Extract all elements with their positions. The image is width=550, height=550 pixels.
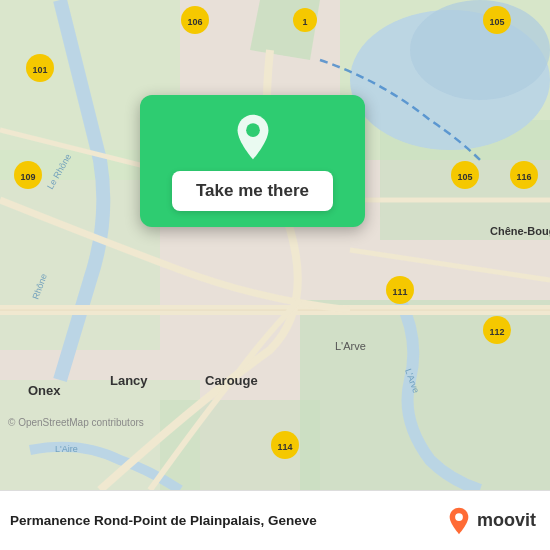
svg-text:Carouge: Carouge [205, 373, 258, 388]
location-pin-icon [229, 113, 277, 161]
bottom-bar: Permanence Rond-Point de Plainpalais, Ge… [0, 490, 550, 550]
attribution-text: © OpenStreetMap contributors [8, 417, 144, 428]
location-title: Permanence Rond-Point de Plainpalais, Ge… [10, 513, 317, 528]
svg-text:101: 101 [32, 65, 47, 75]
svg-text:109: 109 [20, 172, 35, 182]
svg-text:L'Arve: L'Arve [335, 340, 366, 352]
svg-text:Onex: Onex [28, 383, 61, 398]
svg-point-45 [246, 123, 260, 137]
svg-text:1: 1 [302, 17, 307, 27]
svg-text:105: 105 [489, 17, 504, 27]
svg-text:Chêne-Bouge: Chêne-Bouge [490, 225, 550, 237]
map-container: Le Rhône Rhône L'Arve L'Aire 101 106 1 [0, 0, 550, 490]
svg-text:114: 114 [277, 442, 292, 452]
svg-text:Lancy: Lancy [110, 373, 148, 388]
svg-text:L'Aire: L'Aire [55, 444, 78, 454]
moovit-logo-text: moovit [477, 510, 536, 531]
svg-text:106: 106 [187, 17, 202, 27]
svg-point-10 [410, 0, 550, 100]
moovit-logo: moovit [445, 507, 536, 535]
take-me-there-button[interactable]: Take me there [172, 171, 333, 211]
moovit-pin-icon [445, 507, 473, 535]
svg-text:105: 105 [457, 172, 472, 182]
bottom-left: Permanence Rond-Point de Plainpalais, Ge… [10, 513, 317, 528]
svg-text:111: 111 [392, 287, 407, 297]
location-card: Take me there [140, 95, 365, 227]
svg-point-46 [455, 513, 463, 521]
svg-text:112: 112 [489, 327, 504, 337]
svg-text:116: 116 [516, 172, 531, 182]
